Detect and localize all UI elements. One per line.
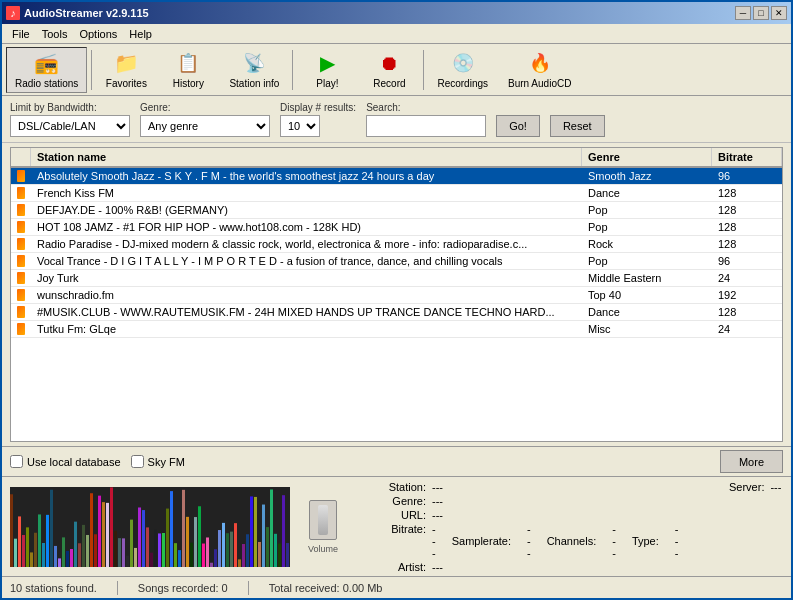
skyfm-checkbox[interactable] bbox=[131, 455, 144, 468]
radio-stations-label: Radio stations bbox=[15, 78, 78, 89]
table-row[interactable]: Absolutely Smooth Jazz - S K Y . F M - t… bbox=[11, 168, 782, 185]
channels-label: Channels: bbox=[547, 535, 597, 547]
table-row[interactable]: #MUSIK.CLUB - WWW.RAUTEMUSIK.FM - 24H MI… bbox=[11, 304, 782, 321]
header-station-name[interactable]: Station name bbox=[31, 148, 582, 166]
total-received-status: Total received: 0.00 Mb bbox=[269, 582, 383, 594]
header-genre[interactable]: Genre bbox=[582, 148, 712, 166]
burn-audio-button[interactable]: Burn AudioCD bbox=[499, 47, 580, 93]
filter-bar: Limit by Bandwidth: DSL/Cable/LAN Any 56… bbox=[2, 96, 791, 143]
bandwidth-select[interactable]: DSL/Cable/LAN Any 56k 128k bbox=[10, 115, 130, 137]
station-bitrate-cell: 96 bbox=[712, 253, 782, 269]
station-genre-cell: Smooth Jazz bbox=[582, 168, 712, 184]
station-name-cell: #MUSIK.CLUB - WWW.RAUTEMUSIK.FM - 24H MI… bbox=[31, 304, 582, 320]
artist-value: --- bbox=[432, 561, 678, 573]
station-genre-cell: Top 40 bbox=[582, 287, 712, 303]
minimize-button[interactable]: ─ bbox=[735, 6, 751, 20]
bitrate-value: --- bbox=[432, 523, 436, 559]
record-icon bbox=[375, 51, 403, 76]
station-row-icon bbox=[17, 187, 25, 199]
search-input[interactable] bbox=[366, 115, 486, 137]
station-name-cell: Vocal Trance - D I G I T A L L Y - I M P… bbox=[31, 253, 582, 269]
menu-options[interactable]: Options bbox=[73, 26, 123, 42]
genre-select[interactable]: Any genre Pop Rock Jazz Dance Misc bbox=[140, 115, 270, 137]
table-header: Station name Genre Bitrate bbox=[11, 148, 782, 168]
table-row[interactable]: Tutku Fm: GLqe Misc 24 bbox=[11, 321, 782, 338]
server-value: --- bbox=[770, 481, 783, 493]
menu-bar: File Tools Options Help bbox=[2, 24, 791, 44]
app-icon: ♪ bbox=[6, 6, 20, 20]
station-genre-cell: Dance bbox=[582, 185, 712, 201]
menu-file[interactable]: File bbox=[6, 26, 36, 42]
play-icon bbox=[313, 51, 341, 76]
station-name-cell: Tutku Fm: GLqe bbox=[31, 321, 582, 337]
play-button[interactable]: Play! bbox=[297, 47, 357, 93]
bottom-controls: Use local database Sky FM More bbox=[2, 446, 791, 476]
table-row[interactable]: HOT 108 JAMZ - #1 FOR HIP HOP - www.hot1… bbox=[11, 219, 782, 236]
toolbar-separator-1 bbox=[91, 50, 92, 90]
recordings-icon bbox=[449, 51, 477, 76]
maximize-button[interactable]: □ bbox=[753, 6, 769, 20]
toolbar-separator-3 bbox=[423, 50, 424, 90]
radio-icon bbox=[33, 51, 61, 76]
station-bitrate-cell: 128 bbox=[712, 304, 782, 320]
server-label: Server: bbox=[684, 481, 764, 493]
local-db-checkbox-label[interactable]: Use local database bbox=[10, 455, 121, 468]
favorites-button[interactable]: Favorites bbox=[96, 47, 156, 93]
display-select[interactable]: 10 20 50 100 bbox=[280, 115, 320, 137]
station-row-icon bbox=[17, 272, 25, 284]
station-value: --- bbox=[432, 481, 678, 493]
bandwidth-label: Limit by Bandwidth: bbox=[10, 102, 130, 113]
title-bar: ♪ AudioStreamer v2.9.115 ─ □ ✕ bbox=[2, 2, 791, 24]
station-row-icon bbox=[17, 289, 25, 301]
go-button[interactable]: Go! bbox=[496, 115, 540, 137]
station-info-icon bbox=[240, 51, 268, 76]
station-name-cell: Joy Turk bbox=[31, 270, 582, 286]
visualizer-canvas bbox=[10, 487, 290, 567]
skyfm-checkbox-label[interactable]: Sky FM bbox=[131, 455, 185, 468]
station-bitrate-cell: 24 bbox=[712, 270, 782, 286]
station-row-icon bbox=[17, 204, 25, 216]
reset-button[interactable]: Reset bbox=[550, 115, 605, 137]
recordings-label: Recordings bbox=[437, 78, 488, 89]
history-button[interactable]: History bbox=[158, 47, 218, 93]
table-row[interactable]: DEFJAY.DE - 100% R&B! (GERMANY) Pop 128 bbox=[11, 202, 782, 219]
station-name-cell: DEFJAY.DE - 100% R&B! (GERMANY) bbox=[31, 202, 582, 218]
channels-value: --- bbox=[612, 523, 616, 559]
volume-label: Volume bbox=[308, 544, 338, 554]
station-table: Station name Genre Bitrate Absolutely Sm… bbox=[10, 147, 783, 442]
station-bitrate-cell: 24 bbox=[712, 321, 782, 337]
header-bitrate[interactable]: Bitrate bbox=[712, 148, 782, 166]
menu-tools[interactable]: Tools bbox=[36, 26, 74, 42]
table-row[interactable]: wunschradio.fm Top 40 192 bbox=[11, 287, 782, 304]
table-row[interactable]: Radio Paradise - DJ-mixed modern & class… bbox=[11, 236, 782, 253]
record-button[interactable]: Record bbox=[359, 47, 419, 93]
display-label: Display # results: bbox=[280, 102, 356, 113]
play-label: Play! bbox=[316, 78, 338, 89]
player-section: Volume Station: --- Server: --- Genre: -… bbox=[2, 476, 791, 576]
stations-found-status: 10 stations found. bbox=[10, 582, 97, 594]
station-genre-cell: Dance bbox=[582, 304, 712, 320]
station-row-icon bbox=[17, 170, 25, 182]
type-value: --- bbox=[675, 523, 679, 559]
menu-help[interactable]: Help bbox=[123, 26, 158, 42]
status-bar: 10 stations found. Songs recorded: 0 Tot… bbox=[2, 576, 791, 598]
local-db-checkbox[interactable] bbox=[10, 455, 23, 468]
station-genre-cell: Pop bbox=[582, 219, 712, 235]
type-label: Type: bbox=[632, 535, 659, 547]
volume-knob[interactable] bbox=[309, 500, 337, 540]
bitrate-label: Bitrate: bbox=[356, 523, 426, 559]
table-row[interactable]: French Kiss FM Dance 128 bbox=[11, 185, 782, 202]
main-window: ♪ AudioStreamer v2.9.115 ─ □ ✕ File Tool… bbox=[0, 0, 793, 600]
radio-stations-button[interactable]: Radio stations bbox=[6, 47, 87, 93]
samplerate-value: --- bbox=[527, 523, 531, 559]
station-genre-cell: Middle Eastern bbox=[582, 270, 712, 286]
toolbar-separator-2 bbox=[292, 50, 293, 90]
station-info-button[interactable]: Station info bbox=[220, 47, 288, 93]
recordings-button[interactable]: Recordings bbox=[428, 47, 497, 93]
close-button[interactable]: ✕ bbox=[771, 6, 787, 20]
app-title: AudioStreamer v2.9.115 bbox=[24, 7, 149, 19]
more-button[interactable]: More bbox=[720, 450, 783, 473]
table-row[interactable]: Joy Turk Middle Eastern 24 bbox=[11, 270, 782, 287]
table-row[interactable]: Vocal Trance - D I G I T A L L Y - I M P… bbox=[11, 253, 782, 270]
url-value: --- bbox=[432, 509, 678, 521]
